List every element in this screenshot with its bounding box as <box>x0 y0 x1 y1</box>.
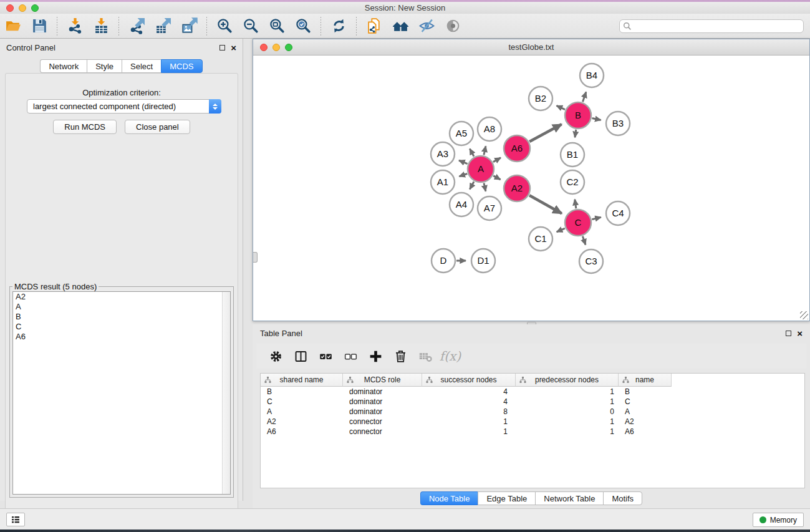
open-file-button[interactable] <box>0 16 26 37</box>
show-all-button[interactable] <box>440 16 466 37</box>
table-tab-motifs[interactable]: Motifs <box>603 491 642 505</box>
home-view-button[interactable] <box>387 16 413 37</box>
edge-A6-B[interactable] <box>529 124 561 142</box>
table-row[interactable]: Cdominator41C <box>261 397 804 407</box>
float-panel-icon[interactable] <box>219 45 225 51</box>
table-cell: 4 <box>422 387 516 396</box>
export-network-icon <box>128 17 145 34</box>
edge-A2-C[interactable] <box>529 195 562 213</box>
edge-A-A7[interactable] <box>484 183 486 191</box>
delete-table-button[interactable] <box>415 346 436 366</box>
edge-A-A4[interactable] <box>470 181 474 189</box>
memory-button[interactable]: Memory <box>753 513 804 527</box>
edge-B-B1[interactable] <box>575 130 576 138</box>
node-label-B: B <box>575 110 581 120</box>
export-network-button[interactable] <box>123 16 150 37</box>
result-item[interactable]: A2 <box>13 292 230 302</box>
close-table-panel-icon[interactable]: × <box>797 329 803 338</box>
result-item[interactable]: B <box>13 312 230 322</box>
edge-A-A1[interactable] <box>459 173 467 176</box>
result-list-scrollbar[interactable] <box>222 292 230 494</box>
show-columns-button[interactable] <box>290 346 311 366</box>
left-splitter-handle[interactable] <box>253 252 258 263</box>
edge-C-C4[interactable] <box>592 217 600 219</box>
edge-B-B4[interactable] <box>582 92 586 102</box>
node-label-B3: B3 <box>612 118 624 128</box>
network-graph[interactable]: ABCA2A6A1A3A4A5A7A8B1B2B3B4C1C2C3C4DD1 <box>253 56 809 321</box>
save-session-button[interactable] <box>26 16 52 37</box>
float-table-panel-icon[interactable] <box>786 331 791 336</box>
table-row[interactable]: A2connector11A2 <box>261 417 804 427</box>
edge-B-B3[interactable] <box>592 118 601 120</box>
network-canvas[interactable]: ABCA2A6A1A3A4A5A7A8B1B2B3B4C1C2C3C4DD1 <box>253 56 809 321</box>
table-row[interactable]: Bdominator41B <box>261 387 804 397</box>
edge-C-C1[interactable] <box>557 228 565 232</box>
edge-A-A6[interactable] <box>493 158 501 162</box>
table-tab-network-table[interactable]: Network Table <box>535 491 603 505</box>
close-panel-icon[interactable]: × <box>231 43 236 52</box>
tab-select[interactable]: Select <box>122 59 161 73</box>
refresh-button[interactable] <box>325 16 352 37</box>
function-builder-button[interactable]: f(x) <box>440 346 461 366</box>
network-window-titlebar[interactable]: testGlobe.txt <box>253 39 809 56</box>
select-all-button[interactable] <box>315 346 336 366</box>
node-table[interactable]: shared nameMCDS rolesuccessor nodesprede… <box>260 373 805 488</box>
table-panel: Table Panel × <box>253 324 810 508</box>
import-network-button[interactable] <box>62 16 88 37</box>
edge-A-A8[interactable] <box>484 146 486 155</box>
hide-selected-button[interactable] <box>413 16 440 37</box>
export-image-button[interactable] <box>176 16 202 37</box>
create-column-button[interactable] <box>365 346 386 366</box>
edge-A-A5[interactable] <box>470 149 474 157</box>
zoom-selected-button[interactable] <box>290 16 316 37</box>
table-tab-node-table[interactable]: Node Table <box>420 491 478 505</box>
tab-mcds[interactable]: MCDS <box>161 59 202 73</box>
criterion-select[interactable]: largest connected component (directed) <box>27 99 221 114</box>
table-cell: C <box>619 397 672 406</box>
column-header-MCDS-role[interactable]: MCDS role <box>343 374 422 387</box>
table-toolbar: f(x) <box>256 344 806 369</box>
table-row[interactable]: Adominator80A <box>261 407 804 417</box>
zoom-fit-button[interactable] <box>264 16 290 37</box>
table-row[interactable]: A6connector11A6 <box>261 427 804 437</box>
application-window: Session: New Session <box>0 0 810 532</box>
close-panel-button[interactable]: Close panel <box>125 120 190 134</box>
column-header-predecessor-nodes[interactable]: predecessor nodes <box>516 374 619 387</box>
delete-columns-button[interactable] <box>390 346 411 366</box>
import-table-icon <box>93 17 110 34</box>
app-titlebar: Session: New Session <box>0 2 810 14</box>
export-table-icon <box>155 17 171 34</box>
search-input[interactable] <box>619 19 804 33</box>
result-item[interactable]: C <box>13 322 230 332</box>
open-folder-icon <box>5 17 22 34</box>
mcds-result-list[interactable]: A2ABCA6 <box>12 291 231 495</box>
result-item[interactable]: A <box>13 302 230 312</box>
edge-B-B2[interactable] <box>557 105 565 109</box>
tab-style[interactable]: Style <box>87 59 122 73</box>
node-label-A8: A8 <box>484 123 495 134</box>
table-tab-edge-table[interactable]: Edge Table <box>478 491 535 505</box>
task-history-button[interactable] <box>6 513 25 526</box>
export-table-button[interactable] <box>150 16 176 37</box>
edge-A-A2[interactable] <box>493 176 500 180</box>
run-mcds-button[interactable]: Run MCDS <box>53 120 117 134</box>
column-header-shared-name[interactable]: shared name <box>261 374 343 387</box>
edge-C-C2[interactable] <box>575 200 576 208</box>
result-item[interactable]: A6 <box>13 332 230 342</box>
table-cell: A6 <box>619 427 672 436</box>
mcds-result-title: MCDS result (5 nodes) <box>12 282 99 291</box>
column-header-successor-nodes[interactable]: successor nodes <box>422 374 516 387</box>
table-tabs: Node TableEdge TableNetwork TableMotifs <box>253 491 810 505</box>
column-header-name[interactable]: name <box>619 374 672 387</box>
new-network-from-selection-button[interactable] <box>361 16 387 37</box>
resize-grip[interactable] <box>800 311 808 319</box>
export-image-icon <box>181 17 198 34</box>
deselect-all-button[interactable] <box>340 346 361 366</box>
table-settings-button[interactable] <box>265 346 286 366</box>
import-table-button[interactable] <box>88 16 114 37</box>
edge-A-A3[interactable] <box>459 160 468 163</box>
zoom-in-button[interactable] <box>211 16 238 37</box>
edge-C-C3[interactable] <box>582 236 586 245</box>
zoom-out-button[interactable] <box>238 16 264 37</box>
tab-network[interactable]: Network <box>40 59 87 73</box>
